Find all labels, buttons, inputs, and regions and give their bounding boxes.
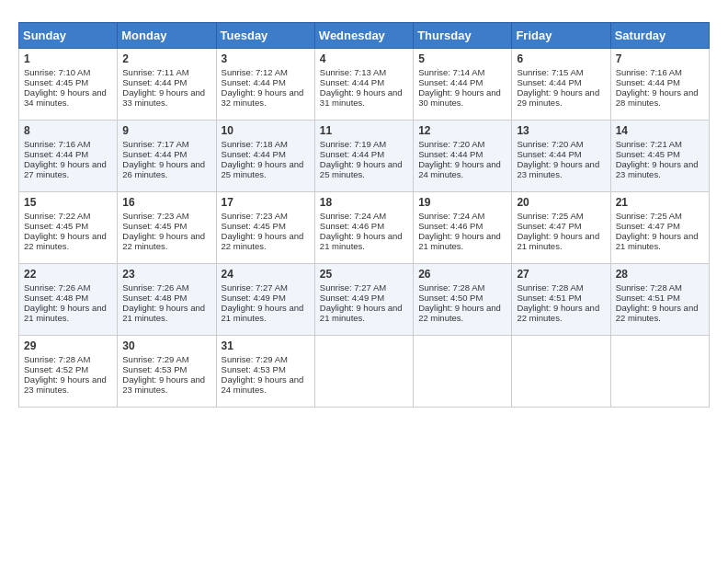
daylight-label: Daylight: 9 hours and 23 minutes. bbox=[616, 159, 699, 179]
sunrise-label: Sunrise: 7:19 AM bbox=[320, 139, 386, 149]
calendar-cell bbox=[414, 336, 512, 408]
calendar-cell: 30Sunrise: 7:29 AMSunset: 4:53 PMDayligh… bbox=[118, 336, 216, 408]
daylight-label: Daylight: 9 hours and 24 minutes. bbox=[418, 159, 501, 179]
sunset-label: Sunset: 4:44 PM bbox=[122, 77, 187, 87]
calendar-cell: 15Sunrise: 7:22 AMSunset: 4:45 PMDayligh… bbox=[19, 192, 118, 264]
sunrise-label: Sunrise: 7:28 AM bbox=[517, 282, 583, 293]
daylight-label: Daylight: 9 hours and 22 minutes. bbox=[24, 231, 107, 251]
daylight-label: Daylight: 9 hours and 27 minutes. bbox=[24, 159, 107, 179]
sunset-label: Sunset: 4:46 PM bbox=[320, 221, 384, 231]
sunrise-label: Sunrise: 7:27 AM bbox=[320, 282, 386, 293]
calendar-cell: 23Sunrise: 7:26 AMSunset: 4:48 PMDayligh… bbox=[118, 264, 216, 336]
sunrise-label: Sunrise: 7:15 AM bbox=[517, 67, 583, 77]
sunrise-label: Sunrise: 7:20 AM bbox=[517, 139, 583, 149]
day-number: 16 bbox=[122, 196, 210, 209]
calendar-cell: 1Sunrise: 7:10 AMSunset: 4:45 PMDaylight… bbox=[19, 49, 118, 121]
sunrise-label: Sunrise: 7:13 AM bbox=[320, 67, 386, 77]
sunrise-label: Sunrise: 7:24 AM bbox=[320, 211, 386, 221]
daylight-label: Daylight: 9 hours and 23 minutes. bbox=[24, 374, 107, 395]
daylight-label: Daylight: 9 hours and 22 minutes. bbox=[122, 231, 205, 251]
daylight-label: Daylight: 9 hours and 21 minutes. bbox=[517, 231, 599, 251]
day-number: 6 bbox=[517, 52, 605, 65]
sunset-label: Sunset: 4:44 PM bbox=[122, 149, 187, 159]
sunset-label: Sunset: 4:45 PM bbox=[222, 221, 286, 231]
calendar-cell: 19Sunrise: 7:24 AMSunset: 4:46 PMDayligh… bbox=[414, 192, 512, 264]
daylight-label: Daylight: 9 hours and 26 minutes. bbox=[122, 159, 205, 179]
sunset-label: Sunset: 4:44 PM bbox=[418, 77, 483, 87]
daylight-label: Daylight: 9 hours and 32 minutes. bbox=[222, 87, 304, 108]
daylight-label: Daylight: 9 hours and 30 minutes. bbox=[418, 87, 501, 108]
header-thursday: Thursday bbox=[414, 23, 512, 49]
sunset-label: Sunset: 4:44 PM bbox=[320, 149, 384, 159]
daylight-label: Daylight: 9 hours and 31 minutes. bbox=[320, 87, 403, 108]
calendar-week-3: 15Sunrise: 7:22 AMSunset: 4:45 PMDayligh… bbox=[19, 192, 710, 264]
calendar-cell: 27Sunrise: 7:28 AMSunset: 4:51 PMDayligh… bbox=[512, 264, 610, 336]
day-number: 1 bbox=[24, 52, 112, 65]
calendar-table: SundayMondayTuesdayWednesdayThursdayFrid… bbox=[18, 22, 710, 408]
day-number: 18 bbox=[320, 196, 408, 209]
sunset-label: Sunset: 4:47 PM bbox=[517, 221, 581, 231]
sunset-label: Sunset: 4:45 PM bbox=[616, 149, 680, 159]
sunset-label: Sunset: 4:49 PM bbox=[320, 293, 384, 303]
sunset-label: Sunset: 4:44 PM bbox=[616, 77, 680, 87]
sunrise-label: Sunrise: 7:25 AM bbox=[517, 211, 583, 221]
daylight-label: Daylight: 9 hours and 21 minutes. bbox=[320, 303, 403, 323]
day-number: 23 bbox=[122, 268, 210, 281]
day-number: 13 bbox=[517, 124, 605, 137]
day-number: 26 bbox=[418, 268, 506, 281]
sunset-label: Sunset: 4:44 PM bbox=[222, 149, 286, 159]
sunset-label: Sunset: 4:44 PM bbox=[517, 149, 581, 159]
day-number: 14 bbox=[616, 124, 704, 137]
sunrise-label: Sunrise: 7:26 AM bbox=[24, 282, 90, 293]
day-number: 19 bbox=[418, 196, 506, 209]
calendar-cell bbox=[314, 336, 413, 408]
sunset-label: Sunset: 4:47 PM bbox=[616, 221, 680, 231]
sunset-label: Sunset: 4:45 PM bbox=[122, 221, 187, 231]
sunrise-label: Sunrise: 7:18 AM bbox=[222, 139, 288, 149]
day-number: 10 bbox=[222, 124, 310, 137]
header-monday: Monday bbox=[118, 23, 216, 49]
day-number: 25 bbox=[320, 268, 408, 281]
day-number: 2 bbox=[122, 52, 210, 65]
sunrise-label: Sunrise: 7:21 AM bbox=[616, 139, 682, 149]
day-number: 15 bbox=[24, 196, 112, 209]
calendar-cell: 2Sunrise: 7:11 AMSunset: 4:44 PMDaylight… bbox=[118, 49, 216, 121]
calendar-cell: 25Sunrise: 7:27 AMSunset: 4:49 PMDayligh… bbox=[314, 264, 413, 336]
sunrise-label: Sunrise: 7:20 AM bbox=[418, 139, 484, 149]
calendar-cell: 5Sunrise: 7:14 AMSunset: 4:44 PMDaylight… bbox=[414, 49, 512, 121]
calendar-cell: 3Sunrise: 7:12 AMSunset: 4:44 PMDaylight… bbox=[216, 49, 314, 121]
calendar-cell: 8Sunrise: 7:16 AMSunset: 4:44 PMDaylight… bbox=[19, 121, 118, 192]
sunset-label: Sunset: 4:52 PM bbox=[24, 364, 88, 374]
sunrise-label: Sunrise: 7:14 AM bbox=[418, 67, 484, 77]
sunset-label: Sunset: 4:53 PM bbox=[122, 364, 187, 374]
day-number: 21 bbox=[616, 196, 704, 209]
calendar-cell: 7Sunrise: 7:16 AMSunset: 4:44 PMDaylight… bbox=[610, 49, 709, 121]
sunrise-label: Sunrise: 7:23 AM bbox=[222, 211, 288, 221]
day-number: 27 bbox=[517, 268, 605, 281]
daylight-label: Daylight: 9 hours and 25 minutes. bbox=[222, 159, 304, 179]
day-number: 9 bbox=[122, 124, 210, 137]
calendar-week-5: 29Sunrise: 7:28 AMSunset: 4:52 PMDayligh… bbox=[19, 336, 710, 408]
sunrise-label: Sunrise: 7:24 AM bbox=[418, 211, 484, 221]
daylight-label: Daylight: 9 hours and 22 minutes. bbox=[517, 303, 599, 323]
sunset-label: Sunset: 4:50 PM bbox=[418, 293, 483, 303]
sunset-label: Sunset: 4:48 PM bbox=[122, 293, 187, 303]
daylight-label: Daylight: 9 hours and 21 minutes. bbox=[122, 303, 205, 323]
daylight-label: Daylight: 9 hours and 21 minutes. bbox=[24, 303, 107, 323]
sunrise-label: Sunrise: 7:23 AM bbox=[122, 211, 188, 221]
header-sunday: Sunday bbox=[19, 23, 118, 49]
daylight-label: Daylight: 9 hours and 29 minutes. bbox=[517, 87, 599, 108]
sunrise-label: Sunrise: 7:29 AM bbox=[122, 354, 188, 364]
header-wednesday: Wednesday bbox=[314, 23, 413, 49]
calendar-week-4: 22Sunrise: 7:26 AMSunset: 4:48 PMDayligh… bbox=[19, 264, 710, 336]
sunrise-label: Sunrise: 7:16 AM bbox=[24, 139, 90, 149]
daylight-label: Daylight: 9 hours and 23 minutes. bbox=[517, 159, 599, 179]
daylight-label: Daylight: 9 hours and 21 minutes. bbox=[616, 231, 699, 251]
sunset-label: Sunset: 4:51 PM bbox=[616, 293, 680, 303]
sunrise-label: Sunrise: 7:16 AM bbox=[616, 67, 682, 77]
sunrise-label: Sunrise: 7:10 AM bbox=[24, 67, 90, 77]
calendar-cell: 14Sunrise: 7:21 AMSunset: 4:45 PMDayligh… bbox=[610, 121, 709, 192]
daylight-label: Daylight: 9 hours and 33 minutes. bbox=[122, 87, 205, 108]
calendar-cell: 9Sunrise: 7:17 AMSunset: 4:44 PMDaylight… bbox=[118, 121, 216, 192]
sunset-label: Sunset: 4:44 PM bbox=[24, 149, 88, 159]
